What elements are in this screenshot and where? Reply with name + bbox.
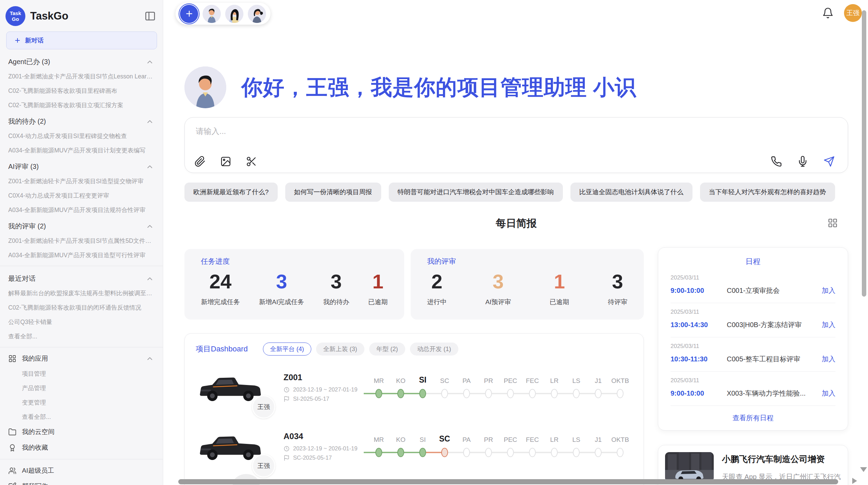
sidebar-item[interactable]: C0X4-动力总成开发项目SI里程碑提交物检查 [0,129,163,143]
suggestion-chip[interactable]: 特朗普可能对进口汽车增税会对中国车企造成哪些影响 [389,183,563,202]
schedule-join-link[interactable]: 加入 [822,320,835,329]
milestone-label: PEC [504,374,517,385]
stats-row: 任务进度 24 新增完成任务 3 新增AI完成任务 3 我的待办 1 已逾期 我… [184,249,644,320]
plus-icon [185,9,194,18]
chevron-up-icon[interactable] [146,275,154,283]
chevron-up-icon[interactable] [146,222,154,231]
sidebar-item[interactable]: A034-全新新能源MUV产品开发项目造型可行性评审 [0,248,163,262]
microphone-icon[interactable] [797,156,808,167]
sidebar-item[interactable]: A034-全新新能源MUV产品开发项目法规符合性评审 [0,203,163,217]
project-date-range: 2023-12-19 ~ 2026-01-19 [284,445,368,452]
composer-input[interactable] [195,126,709,136]
milestone-MR: MR [368,374,390,401]
sidebar-collapse-icon[interactable] [144,10,156,22]
chevron-up-icon[interactable] [146,117,154,126]
assistant-avatar-1[interactable] [203,5,221,23]
dashboard-filter-pill[interactable]: 全新平台 (4) [263,343,311,356]
sidebar-group: Agent已办 (3) Z001-全新燃油皮卡产品开发项目SI节点Lesson … [0,53,163,112]
milestone-node [397,389,404,398]
scroll-right-arrow[interactable] [852,478,857,484]
milestone-node [617,448,624,457]
recent-conversation-item[interactable]: 解释最新出台的欧盟报废车法规再生塑料比例被调至15%... [0,286,163,300]
dashboard-title: 项目Dashboard [196,344,248,354]
recent-view-all-link[interactable]: 查看全部... [0,329,163,344]
apps-view-all-link[interactable]: 查看全部... [0,410,163,424]
suggestion-chip[interactable]: 欧洲新规最近颁布了什么? [184,183,278,202]
schedule-join-link[interactable]: 加入 [822,286,835,295]
layout-grid-icon[interactable] [828,218,838,228]
milestone-node [485,389,492,398]
chevron-up-icon[interactable] [146,355,154,363]
project-row[interactable]: 王强 Z001 2023-12-19 ~ 2027-01-19 SI-2025-… [196,360,632,414]
stat-label: 新增完成任务 [201,298,240,307]
sidebar-tool-users[interactable]: AI超级员工 [0,463,163,478]
sidebar-item[interactable]: Z001-全新燃油皮卡产品开发项目SI节点Lesson Learn报告 [0,69,163,84]
suggestion-chip[interactable]: 当下年轻人对汽车外观有怎样的喜好趋势 [700,183,835,202]
project-name: A034 [284,432,368,441]
new-chat-button[interactable]: 新对话 [6,32,157,49]
image-icon[interactable] [220,156,231,167]
recent-conversation-item[interactable]: C02-飞腾新能源轻客改款项目的闭环通告反馈情况 [0,300,163,315]
dashboard-filter-pill[interactable]: 年型 (2) [369,343,405,356]
sidebar-item[interactable]: Z001-全新燃油轻卡产品开发项目SI节点属性5D文件评审 [0,234,163,248]
notifications-bell-icon[interactable] [822,7,834,19]
scroll-down-arrow[interactable] [860,467,867,472]
milestone-node [551,448,558,457]
stat: 2 进行中 [427,272,447,307]
sidebar-item[interactable]: Z001-全新燃油轻卡产品开发项目SI造型提交物评审 [0,174,163,188]
app-link-item[interactable]: 产品管理 [0,381,163,395]
app-link-item[interactable]: 项目管理 [0,366,163,381]
sidebar-group-title[interactable]: AI评审 (3) [0,158,163,174]
sidebar-link-award[interactable]: 我的收藏 [0,440,163,456]
milestone-node [397,448,404,457]
dashboard-filter-pill[interactable]: 全新上装 (3) [316,343,364,356]
app-link-item[interactable]: 变更管理 [0,395,163,410]
user-avatar-badge[interactable]: 王强 [844,4,862,22]
chevron-up-icon[interactable] [146,58,154,66]
milestone-FEC: FEC [521,433,543,460]
vertical-scrollbar-thumb[interactable] [862,10,866,297]
sidebar-section-my-apps[interactable]: 我的应用 [0,351,163,366]
chevron-up-icon[interactable] [146,163,154,171]
schedule-item: 2025/03/11 9:00-10:00 X003-车辆动力学性能验... 加… [671,372,835,406]
milestone-label: PEC [504,433,517,444]
view-all-schedule-link[interactable]: 查看所有日程 [671,406,835,423]
recent-conversation-item[interactable]: 公司Q3轻卡销量 [0,315,163,329]
dashboard-filter-pill[interactable]: 动总开发 (1) [410,343,458,356]
project-row[interactable]: 王强 A034 2023-12-19 ~ 2026-01-19 SC-2025-… [196,419,632,473]
milestone-label: SC [440,374,449,385]
project-car-image: 王强 [196,367,265,408]
milestone-SC: SC [434,433,456,460]
sidebar-group-title[interactable]: 我的待办 (2) [0,112,163,129]
milestone-label: KO [396,433,405,444]
sidebar-item[interactable]: C02-飞腾新能源轻客改款项目里程碑画布 [0,84,163,98]
milestone-node [463,389,470,398]
milestone-label: J1 [595,433,602,444]
sidebar-item[interactable]: A034-全新新能源MUV产品开发项目计划变更表编写 [0,143,163,158]
schedule-join-link[interactable]: 加入 [822,389,835,398]
sidebar-item[interactable]: C02-飞腾新能源轻客改款项目立项汇报方案 [0,98,163,112]
sidebar-group: AI评审 (3) Z001-全新燃油轻卡产品开发项目SI造型提交物评审C0X4-… [0,158,163,217]
schedule-join-link[interactable]: 加入 [822,355,835,364]
add-assistant-button[interactable] [180,5,198,23]
scissors-icon[interactable] [246,156,257,167]
paperclip-icon[interactable] [194,156,206,167]
project-info: A034 2023-12-19 ~ 2026-01-19 SC-2025-05-… [284,432,368,461]
suggestion-chip[interactable]: 比亚迪全固态电池计划具体说了什么 [570,183,692,202]
assistant-avatar-2[interactable] [225,5,243,23]
sidebar-link-folder[interactable]: 我的云空间 [0,424,163,440]
sidebar-tool-edit[interactable]: 帮我写作 [0,478,163,485]
sidebar-group-title[interactable]: 我的评审 (2) [0,217,163,234]
send-icon[interactable] [823,156,835,167]
sidebar-group-title[interactable]: Agent已办 (3) [0,53,163,69]
assistant-avatar-3[interactable] [248,5,266,23]
suggestion-chip[interactable]: 如何写一份清晰的项目周报 [285,183,381,202]
sidebar-recent-title[interactable]: 最近对话 [0,270,163,286]
avatar-woman-dark-illustration [248,5,266,23]
horizontal-scrollbar-thumb[interactable] [178,479,838,484]
assistant-avatar-large [184,66,226,108]
right-column: 日程 2025/03/11 9:00-10:00 C001-立项审批会 加入 2… [658,247,848,485]
phone-icon[interactable] [771,156,782,167]
sidebar-item[interactable]: C0X4-动力总成开发项目工程变更评审 [0,188,163,203]
milestone-label: SI [419,374,426,385]
